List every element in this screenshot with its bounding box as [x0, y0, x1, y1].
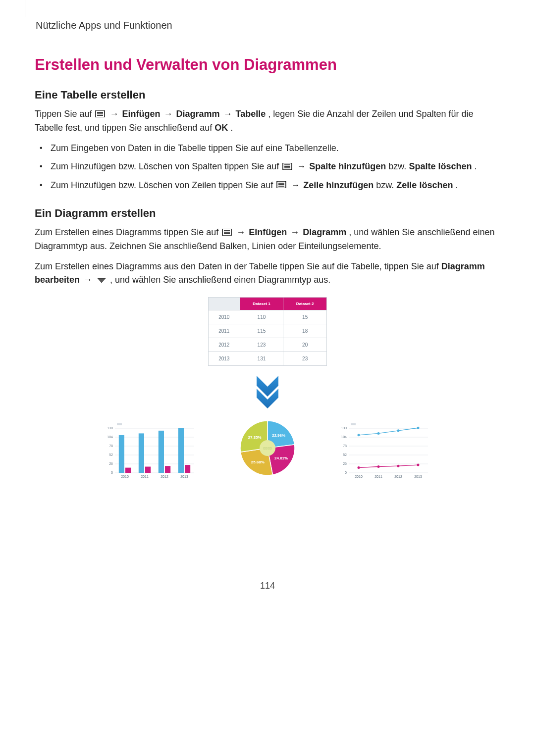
bold-einfuegen: Einfügen — [122, 109, 160, 119]
subheading-table: Eine Tabelle erstellen — [35, 89, 500, 101]
page-title: Erstellen und Verwalten von Diagrammen — [35, 56, 500, 74]
flow-arrow-icon — [254, 374, 281, 408]
table-row: 2010 110 15 — [209, 310, 327, 324]
svg-rect-38 — [139, 433, 144, 473]
line-chart: 02652781041302010201120122013 — [335, 422, 434, 482]
svg-text:0: 0 — [345, 471, 347, 474]
svg-text:52: 52 — [109, 453, 113, 456]
cell-d1: 115 — [240, 324, 283, 338]
dropdown-icon — [97, 274, 107, 287]
svg-text:2013: 2013 — [414, 475, 422, 478]
svg-text:2011: 2011 — [374, 475, 382, 478]
col-dataset1: Dataset 1 — [240, 297, 283, 310]
bold-diagramm: Diagramm — [303, 227, 346, 237]
text: Tippen Sie auf — [35, 109, 94, 119]
svg-rect-40 — [159, 431, 164, 473]
svg-text:26: 26 — [109, 462, 113, 465]
svg-text:2010: 2010 — [355, 475, 363, 478]
svg-text:78: 78 — [343, 444, 347, 448]
bold-ok: OK — [214, 123, 228, 133]
text: . — [474, 161, 477, 171]
arrow: → — [297, 161, 308, 171]
table-row: 2012 123 20 — [209, 338, 327, 352]
text: bzw. — [388, 161, 409, 171]
svg-text:78: 78 — [109, 444, 113, 448]
svg-rect-66 — [351, 423, 356, 425]
bold-tabelle: Tabelle — [236, 109, 266, 119]
svg-rect-41 — [165, 466, 170, 473]
svg-rect-39 — [145, 466, 151, 472]
svg-text:2010: 2010 — [121, 475, 129, 478]
svg-text:2012: 2012 — [394, 475, 402, 478]
pie-chart: 22.96%24.01%25.68%27.35%00/00 — [218, 412, 317, 482]
svg-text:52: 52 — [343, 453, 347, 456]
arrow: → — [290, 227, 302, 237]
svg-marker-16 — [98, 278, 106, 283]
bold-einfuegen: Einfügen — [249, 227, 287, 237]
bold-zeile-hinzu: Zeile hinzufügen — [303, 180, 374, 190]
bold-spalte-hinzu: Spalte hinzufügen — [309, 161, 386, 171]
breadcrumb: Nützliche Apps und Funktionen — [36, 20, 500, 31]
svg-text:104: 104 — [107, 435, 113, 439]
cell-d1: 123 — [240, 338, 283, 352]
arrow: → — [236, 227, 248, 237]
cell-year: 2010 — [209, 310, 240, 324]
menu-icon — [282, 160, 292, 174]
svg-rect-42 — [178, 428, 184, 473]
paragraph-diagram-from-table: Zum Erstellen eines Diagramms aus den Da… — [35, 260, 500, 287]
col-dataset2: Dataset 2 — [283, 297, 327, 310]
svg-rect-36 — [119, 435, 124, 473]
charts-row: 02652781041302010201120122013 22.96%24.0… — [35, 412, 500, 482]
paragraph-table-create: Tippen Sie auf → Einfügen → Diagramm → T… — [35, 107, 500, 135]
svg-rect-43 — [185, 465, 190, 473]
svg-text:2012: 2012 — [160, 475, 168, 478]
svg-text:2013: 2013 — [180, 475, 188, 478]
bold-spalte-loeschen: Spalte löschen — [409, 161, 472, 171]
svg-text:22.96%: 22.96% — [272, 433, 285, 438]
menu-icon — [222, 226, 232, 240]
arrow: → — [109, 109, 121, 119]
svg-text:130: 130 — [107, 426, 113, 430]
cell-d2: 15 — [283, 310, 327, 324]
cell-year: 2013 — [209, 352, 240, 365]
text: Zum Erstellen eines Diagramms tippen Sie… — [35, 227, 221, 237]
cell-d2: 23 — [283, 352, 327, 365]
bullet-2: Zum Hinzufügen bzw. Löschen von Spalten … — [47, 160, 500, 174]
data-table: Dataset 1 Dataset 2 2010 110 15 2011 115… — [208, 297, 327, 366]
svg-text:25.68%: 25.68% — [251, 460, 265, 464]
arrow: → — [83, 275, 95, 285]
svg-text:24.01%: 24.01% — [274, 456, 288, 460]
bullet-1: Zum Eingeben von Daten in die Tabelle ti… — [47, 142, 500, 155]
text: Zum Hinzufügen bzw. Löschen von Zeilen t… — [51, 180, 275, 190]
arrow: → — [223, 109, 235, 119]
text: Zum Hinzufügen bzw. Löschen von Spalten … — [51, 161, 281, 171]
svg-text:27.35%: 27.35% — [248, 435, 262, 439]
text: . — [230, 123, 233, 133]
menu-icon — [95, 108, 105, 121]
svg-text:00/00: 00/00 — [263, 447, 272, 450]
table-row: 2011 115 18 — [209, 324, 327, 338]
table-row: 2013 131 23 — [209, 352, 327, 365]
arrow: → — [291, 180, 302, 190]
cell-d2: 20 — [283, 338, 327, 352]
text: . — [455, 180, 458, 190]
col-empty — [209, 297, 240, 310]
paragraph-diagram-create: Zum Erstellen eines Diagramms tippen Sie… — [35, 226, 500, 253]
bar-chart: 02652781041302010201120122013 — [101, 422, 200, 482]
subheading-diagram: Ein Diagramm erstellen — [35, 207, 500, 220]
arrow: → — [163, 109, 175, 119]
svg-text:104: 104 — [341, 435, 347, 439]
svg-text:0: 0 — [111, 471, 113, 474]
page-number: 114 — [35, 581, 500, 591]
bullet-3: Zum Hinzufügen bzw. Löschen von Zeilen t… — [47, 179, 500, 193]
bold-zeile-loeschen: Zeile löschen — [396, 180, 453, 190]
menu-icon — [276, 179, 286, 192]
svg-text:130: 130 — [341, 426, 347, 430]
cell-d1: 131 — [240, 352, 283, 365]
cell-year: 2012 — [209, 338, 240, 352]
cell-year: 2011 — [209, 324, 240, 338]
svg-rect-35 — [117, 423, 122, 425]
svg-text:2011: 2011 — [141, 475, 149, 478]
svg-rect-37 — [125, 467, 131, 472]
text: , und wählen Sie anschließend einen Diag… — [110, 275, 330, 285]
